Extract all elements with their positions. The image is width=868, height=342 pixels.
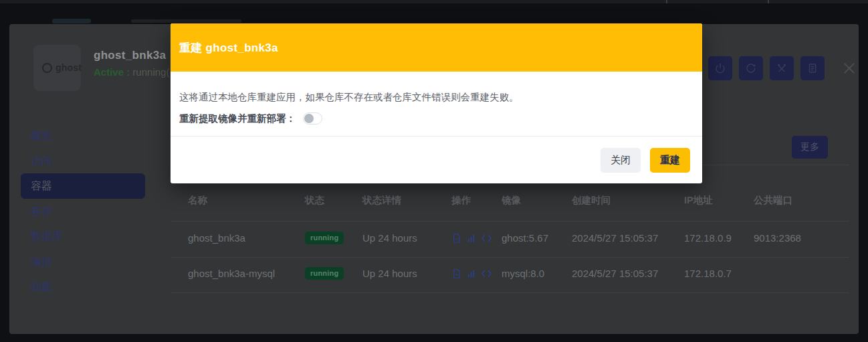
ghost-logo-text: ghost [56,62,82,73]
top-navbar-strip [0,0,868,3]
col-header-ip: IP地址 [684,194,713,207]
table-row-detail: Up 24 hours [362,232,417,244]
col-header-detail: 状态详情 [362,194,401,207]
modal-rebuild-button[interactable]: 重建 [650,148,690,173]
row-operations [451,268,492,279]
row-operations [451,233,492,244]
panel-close-button[interactable] [841,60,857,76]
repull-toggle-switch[interactable] [303,112,322,124]
stats-icon[interactable] [466,233,476,244]
sidebar-item-orchestration[interactable]: 编排 [21,249,145,274]
sidebar-item-uninstall[interactable]: 卸载 [21,274,145,300]
table-row-ip: 172.18.0.9 [684,232,732,244]
status-label: Active : [94,66,130,78]
col-header-status: 状态 [305,194,324,207]
sidebar-item-access[interactable]: 访问 [21,149,145,174]
sidebar-item-container[interactable]: 容器 [21,173,145,199]
table-header-divider [171,221,849,222]
app-logo-card: ghost [33,45,81,91]
modal-header: 重建 ghost_bnk3a [171,23,702,72]
status-badge: running [305,267,344,280]
app-root: ghost ghost_bnk3a Active : running( [0,0,868,342]
repair-button[interactable] [770,56,794,80]
navbar-divider [666,0,667,3]
table-row-created: 2024/5/27 15:05:37 [572,268,658,279]
status-badge: running [305,232,344,244]
close-icon [843,62,856,75]
background-breadcrumb-hint [131,19,241,23]
col-header-name: 名称 [188,194,207,207]
more-button[interactable]: 更多 [792,136,828,159]
rebuild-modal: 重建 ghost_bnk3a 这将通过本地仓库重建应用，如果仓库不存在或者仓库文… [171,23,702,183]
page-title: ghost_bnk3a [94,49,166,62]
power-button[interactable] [708,56,732,80]
modal-footer: 关闭 重建 [171,136,702,183]
toggle-knob [304,114,314,123]
table-row-name: ghost_bnk3a [188,232,245,244]
background-logo-hint [52,19,91,23]
logs-icon [807,63,818,74]
table-row-ports: 9013:2368 [754,232,801,244]
terminal-code-icon[interactable] [481,268,492,279]
sidebar-item-overview[interactable]: 概览 [21,123,145,149]
table-row-name: ghost_bnk3a-mysql [188,268,275,279]
table-row-divider [171,257,849,258]
file-log-icon[interactable] [451,233,461,244]
app-status: Active : running( [94,66,169,78]
sidebar-item-volumes[interactable]: 卷存 [21,199,145,224]
table-row-image: ghost:5.67 [502,232,548,244]
table-row-ip: 172.18.0.7 [684,268,732,279]
sidebar-item-database[interactable]: 数据库 [21,224,145,249]
table-bottom-divider [171,292,849,293]
col-header-ops: 操作 [451,194,471,207]
file-log-icon[interactable] [451,268,461,279]
modal-close-button[interactable]: 关闭 [601,148,641,173]
col-header-ports: 公共端口 [754,194,792,207]
refresh-icon [746,63,756,74]
table-row-created: 2024/5/27 15:05:37 [572,232,658,244]
logs-button[interactable] [800,56,825,80]
status-value: running( [132,66,169,78]
col-header-image: 镜像 [502,194,521,207]
modal-description: 这将通过本地仓库重建应用，如果仓库不存在或者仓库文件错误则会重建失败。 [179,91,519,104]
ghost-logo-icon [42,63,52,73]
tools-icon [776,63,787,74]
modal-title: 重建 ghost_bnk3a [179,40,278,56]
navbar-divider [768,0,769,3]
app-action-toolbar [708,56,857,80]
power-icon [715,63,726,74]
table-row-image: mysql:8.0 [502,268,544,279]
terminal-code-icon[interactable] [481,233,492,244]
table-row-detail: Up 24 hours [362,268,417,279]
stats-icon[interactable] [466,268,476,279]
col-header-created: 创建时间 [572,194,611,207]
restart-button[interactable] [739,56,763,80]
repull-toggle-label: 重新提取镜像并重新部署： [179,112,296,125]
